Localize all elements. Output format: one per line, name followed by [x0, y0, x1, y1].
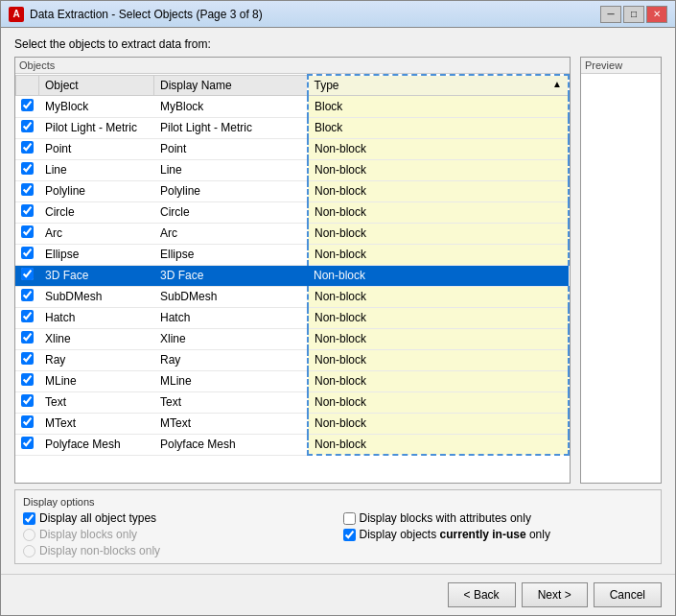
blocks-attrs-checkbox[interactable] [343, 512, 356, 525]
row-display-name: Point [154, 138, 308, 159]
minimize-button[interactable]: ─ [600, 6, 621, 23]
preview-label: Preview [581, 58, 661, 74]
row-type: Non-block [308, 391, 569, 413]
row-display-name: Text [154, 391, 308, 413]
row-object: Point [39, 138, 154, 159]
table-row[interactable]: PolylinePolylineNon-block [15, 180, 569, 201]
table-scroll-area[interactable]: MyBlockMyBlockBlockPilot Light - MetricP… [15, 96, 570, 456]
row-checkbox[interactable] [21, 99, 34, 111]
maximize-button[interactable]: □ [623, 6, 644, 23]
row-type: Non-block [308, 370, 569, 391]
in-use-checkbox[interactable] [343, 529, 356, 541]
row-type: Non-block [308, 265, 569, 286]
objects-panel-label: Objects [15, 58, 570, 74]
option-blocks-attrs: Display blocks with attributes only [343, 511, 654, 525]
header-object[interactable]: Object [39, 75, 154, 96]
table-row[interactable]: XlineXlineNon-block [15, 328, 569, 349]
table-row[interactable]: MLineMLineNon-block [15, 370, 569, 391]
row-object: Xline [39, 328, 154, 349]
table-row[interactable]: Polyface MeshPolyface MeshNon-block [15, 434, 569, 455]
blocks-attrs-label: Display blocks with attributes only [360, 511, 531, 525]
row-type: Block [308, 117, 569, 138]
instruction-text: Select the objects to extract data from: [14, 37, 662, 51]
row-checkbox-cell [15, 413, 39, 434]
row-checkbox-cell [15, 286, 39, 307]
row-checkbox[interactable] [21, 162, 34, 175]
row-checkbox-cell [15, 117, 39, 138]
footer: < Back Next > Cancel [1, 574, 675, 615]
blocks-only-radio[interactable] [23, 529, 35, 541]
objects-table: Object Display Name Type ▲ [15, 74, 570, 96]
row-object: Polyface Mesh [39, 434, 154, 455]
title-bar-left: A Data Extraction - Select Objects (Page… [9, 7, 263, 22]
row-display-name: Circle [154, 201, 308, 223]
cancel-button[interactable]: Cancel [594, 582, 662, 607]
table-row[interactable]: ArcArcNon-block [15, 223, 569, 244]
row-type: Non-block [308, 307, 569, 328]
row-checkbox-cell [15, 201, 39, 223]
table-row[interactable]: 3D Face3D FaceNon-block [15, 265, 569, 286]
next-button[interactable]: Next > [522, 582, 588, 607]
row-checkbox-cell [15, 96, 39, 117]
row-object: Hatch [39, 307, 154, 328]
row-checkbox[interactable] [21, 289, 34, 301]
table-row[interactable]: HatchHatchNon-block [15, 307, 569, 328]
row-object: SubDMesh [39, 286, 154, 307]
row-object: 3D Face [39, 265, 154, 286]
row-object: Ray [39, 349, 154, 370]
row-checkbox[interactable] [21, 204, 34, 217]
row-display-name: 3D Face [154, 265, 308, 286]
row-checkbox-cell [15, 391, 39, 413]
row-checkbox[interactable] [21, 394, 34, 407]
main-window: A Data Extraction - Select Objects (Page… [0, 0, 676, 616]
row-checkbox-cell [15, 138, 39, 159]
row-checkbox[interactable] [21, 415, 34, 428]
objects-data-table: MyBlockMyBlockBlockPilot Light - MetricP… [15, 96, 570, 456]
row-checkbox[interactable] [21, 373, 34, 386]
table-row[interactable]: PointPointNon-block [15, 138, 569, 159]
close-button[interactable]: ✕ [646, 6, 667, 23]
row-display-name: Xline [154, 328, 308, 349]
table-row[interactable]: LineLineNon-block [15, 159, 569, 180]
row-checkbox-cell [15, 349, 39, 370]
header-type[interactable]: Type ▲ [308, 75, 570, 96]
table-container: Object Display Name Type ▲ [15, 74, 570, 483]
table-row[interactable]: RayRayNon-block [15, 349, 569, 370]
non-blocks-radio[interactable] [23, 545, 35, 557]
row-object: Text [39, 391, 154, 413]
display-options: Display options Display all object types… [14, 489, 662, 564]
row-checkbox[interactable] [21, 120, 34, 132]
row-checkbox[interactable] [21, 352, 34, 365]
all-types-checkbox[interactable] [23, 512, 35, 525]
row-type: Non-block [308, 201, 569, 223]
row-checkbox[interactable] [21, 225, 34, 238]
table-row[interactable]: MTextMTextNon-block [15, 413, 569, 434]
row-object: Pilot Light - Metric [39, 117, 154, 138]
table-row[interactable]: TextTextNon-block [15, 391, 569, 413]
table-row[interactable]: EllipseEllipseNon-block [15, 244, 569, 265]
row-object: MyBlock [39, 96, 154, 117]
table-row[interactable]: CircleCircleNon-block [15, 201, 569, 223]
row-checkbox-cell [15, 434, 39, 455]
row-object: Polyline [39, 180, 154, 201]
header-display-name[interactable]: Display Name [154, 75, 308, 96]
row-checkbox[interactable] [21, 183, 34, 196]
row-type: Non-block [308, 434, 569, 455]
row-checkbox[interactable] [21, 331, 34, 344]
title-controls: ─ □ ✕ [600, 6, 667, 23]
row-checkbox-cell [15, 370, 39, 391]
table-row[interactable]: Pilot Light - MetricPilot Light - Metric… [15, 117, 569, 138]
row-checkbox[interactable] [21, 310, 34, 322]
row-object: Circle [39, 201, 154, 223]
row-checkbox[interactable] [21, 141, 34, 154]
table-row[interactable]: MyBlockMyBlockBlock [15, 96, 569, 117]
content-area: Select the objects to extract data from:… [1, 28, 675, 574]
row-checkbox[interactable] [21, 247, 34, 259]
row-display-name: Arc [154, 223, 308, 244]
row-checkbox-cell [15, 223, 39, 244]
row-checkbox[interactable] [21, 437, 34, 449]
row-checkbox[interactable] [21, 268, 34, 280]
option-in-use: Display objects currently in-use only [343, 528, 654, 541]
table-row[interactable]: SubDMeshSubDMeshNon-block [15, 286, 569, 307]
back-button[interactable]: < Back [448, 582, 516, 607]
